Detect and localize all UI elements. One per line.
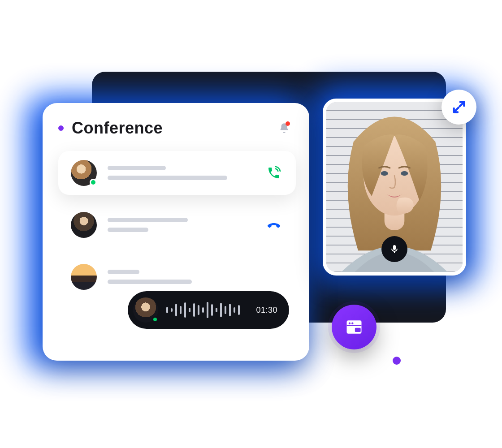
svg-rect-9: [355, 328, 361, 332]
contact-list: [58, 151, 296, 299]
notification-badge: [286, 121, 290, 126]
presence-indicator: [90, 179, 97, 186]
expand-icon: [451, 99, 467, 115]
svg-point-7: [349, 323, 351, 324]
svg-rect-10: [347, 325, 362, 326]
call-button[interactable]: [264, 164, 283, 182]
voice-message[interactable]: 01:30: [128, 291, 289, 329]
audio-waveform[interactable]: [166, 301, 248, 319]
conference-header: Conference: [58, 119, 296, 138]
avatar: [133, 297, 158, 323]
phone-call-icon: [267, 166, 281, 180]
contact-row[interactable]: [58, 151, 296, 195]
avatar: [71, 160, 97, 186]
microphone-button[interactable]: [381, 236, 407, 262]
avatar: [71, 212, 97, 238]
microphone-icon: [389, 244, 400, 254]
expand-button[interactable]: [441, 90, 476, 125]
phone-hangup-icon: [267, 218, 281, 232]
video-preview[interactable]: [323, 99, 466, 276]
contact-row[interactable]: [58, 203, 296, 247]
avatar: [71, 264, 97, 290]
conference-title: Conference: [72, 119, 163, 138]
svg-point-3: [381, 171, 388, 176]
window-icon: [344, 317, 364, 337]
accent-dot-icon: [58, 125, 64, 131]
presence-indicator: [152, 316, 158, 323]
voice-duration: 01:30: [256, 306, 277, 315]
svg-point-8: [351, 323, 353, 324]
notifications-button[interactable]: [277, 121, 291, 135]
svg-point-4: [401, 171, 408, 176]
window-button[interactable]: [332, 305, 376, 349]
contact-text-placeholder: [108, 270, 283, 284]
accent-dot-icon: [393, 357, 401, 365]
hangup-button[interactable]: [264, 215, 283, 234]
contact-text-placeholder: [108, 166, 254, 180]
conference-title-wrap: Conference: [58, 119, 163, 138]
contact-text-placeholder: [108, 218, 254, 232]
